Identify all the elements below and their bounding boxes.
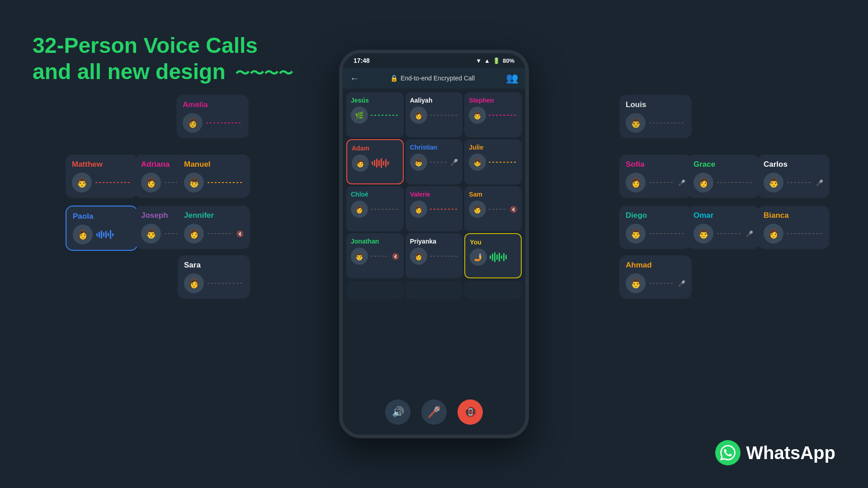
speaker-button[interactable]: 🔊 xyxy=(385,399,410,425)
hero-line1: 32-Person Voice Calls xyxy=(33,33,293,59)
participant-julie: Julie 👧 xyxy=(464,139,522,184)
battery-percent: 80% xyxy=(503,57,514,64)
whatsapp-logo xyxy=(715,440,741,465)
float-card-louis: Louis 👨 xyxy=(619,95,692,138)
float-card-grace: Grace 👩 xyxy=(687,155,760,198)
avatar-grace: 👩 xyxy=(693,173,713,192)
mic-sofia: 🎤 xyxy=(678,179,685,186)
float-card-omar: Omar 👨 🎤 xyxy=(687,206,760,249)
call-controls[interactable]: 🔊 🎤 📵 xyxy=(343,389,525,435)
avatar-carlos: 👨 xyxy=(764,173,783,192)
waveform-decoration: 〜〜〜〜 xyxy=(235,65,293,82)
hero-line2: and all new design 〜〜〜〜 xyxy=(33,59,293,85)
avatar-you: 🤳 xyxy=(470,249,487,266)
signal-icon: ▲ xyxy=(484,57,490,64)
avatar-paola: 👩 xyxy=(73,225,93,244)
adam-waveform xyxy=(372,158,398,168)
mic-omar: 🎤 xyxy=(746,230,753,237)
mic-jennifer: 🔇 xyxy=(236,230,244,237)
float-card-ahmad: Ahmad 👨 🎤 xyxy=(619,255,692,299)
end-call-button[interactable]: 📵 xyxy=(458,399,483,425)
avatar-aaliyah: 👩 xyxy=(410,107,427,124)
back-icon[interactable]: ← xyxy=(350,73,359,84)
status-bar: 17:48 ▼ ▲ 🔋 80% xyxy=(343,53,525,68)
float-card-jennifer: Jennifer 👩 🔇 xyxy=(178,206,250,249)
add-participant-icon[interactable]: 👥 xyxy=(506,72,518,84)
avatar-bianca: 👩 xyxy=(764,224,783,244)
float-card-diego: Diego 👨 xyxy=(619,206,692,249)
mic-jonathan: 🔇 xyxy=(392,253,399,260)
lock-icon: 🔒 xyxy=(390,75,398,82)
wifi-icon: ▼ xyxy=(476,57,481,64)
float-card-sara: Sara 👩 xyxy=(178,255,250,299)
phone-device: 17:48 ▼ ▲ 🔋 80% ← 🔒 End-to-end Encrypted… xyxy=(339,50,529,438)
avatar-sam: 🧑 xyxy=(469,201,486,218)
float-card-sofia: Sofia 👩 🎤 xyxy=(619,155,692,198)
participant-jesus: Jesús 🌿 xyxy=(346,92,404,137)
avatar-julie: 👧 xyxy=(469,154,486,171)
avatar-valerie: 👩 xyxy=(410,201,427,218)
hero-text: 32-Person Voice Calls and all new design… xyxy=(33,33,293,84)
mic-christian: 🎤 xyxy=(450,159,458,166)
participant-aaliyah: Aaliyah 👩 xyxy=(406,92,463,137)
paola-waveform xyxy=(96,230,131,239)
avatar-sofia: 👩 xyxy=(626,173,646,192)
avatar-louis: 👨 xyxy=(626,113,646,133)
call-header: ← 🔒 End-to-end Encrypted Call 👥 xyxy=(343,68,525,89)
mic-carlos: 🎤 xyxy=(816,179,823,186)
participant-you: You 🤳 xyxy=(464,233,522,278)
participant-jonathan: Jonathan 👨 🔇 xyxy=(346,233,404,278)
avatar-jesus: 🌿 xyxy=(351,107,368,124)
call-title: 🔒 End-to-end Encrypted Call xyxy=(390,75,475,82)
avatar-joseph: 👨 xyxy=(141,224,161,244)
float-card-matthew: Matthew 👨 xyxy=(66,155,138,198)
mic-ahmad: 🎤 xyxy=(678,280,685,287)
avatar-diego: 👨 xyxy=(626,224,646,244)
float-card-manuel: Manuel 👦 xyxy=(178,155,250,198)
participant-priyanka: Priyanka 👩 xyxy=(406,233,463,278)
participant-valerie: Valerie 👩 xyxy=(406,186,463,231)
whatsapp-brand: WhatsApp xyxy=(715,440,835,465)
avatar-adam: 🧑 xyxy=(352,155,369,172)
avatar-jonathan: 👨 xyxy=(351,248,368,265)
avatar-priyanka: 👩 xyxy=(410,248,427,265)
participant-chloe: Chloé 👩 xyxy=(346,186,404,231)
participant-adam: Adam 🧑 xyxy=(346,139,404,184)
avatar-ahmad: 👨 xyxy=(626,273,646,293)
float-card-amelia: Amelia 👩 xyxy=(176,95,249,138)
participant-sam: Sam 🧑 🔇 xyxy=(464,186,522,231)
avatar-chloe: 👩 xyxy=(351,201,368,218)
battery-icon: 🔋 xyxy=(493,57,500,64)
avatar-matthew: 👨 xyxy=(72,173,92,192)
more-participants-row xyxy=(344,280,524,300)
avatar-amelia: 👩 xyxy=(183,113,203,133)
avatar-stephen: 👨 xyxy=(469,107,486,124)
mic-sam: 🔇 xyxy=(510,206,517,213)
avatar-jennifer: 👩 xyxy=(184,224,204,244)
status-icons: ▼ ▲ 🔋 80% xyxy=(476,57,514,64)
you-waveform xyxy=(490,252,516,262)
avatar-sara: 👩 xyxy=(184,273,204,293)
avatar-christian: 👦 xyxy=(410,154,427,171)
participant-christian: Christian 👦 🎤 xyxy=(406,139,463,184)
status-time: 17:48 xyxy=(354,57,370,64)
float-card-bianca: Bianca 👩 xyxy=(757,206,830,249)
avatar-omar: 👨 xyxy=(693,224,713,244)
avatar-adriana: 👩 xyxy=(141,173,161,192)
mute-button[interactable]: 🎤 xyxy=(421,399,447,425)
float-card-carlos: Carlos 👨 🎤 xyxy=(757,155,830,198)
participant-stephen: Stephen 👨 xyxy=(464,92,522,137)
avatar-manuel: 👦 xyxy=(184,173,204,192)
participants-grid: Jesús 🌿 Aaliyah 👩 Stephen xyxy=(344,90,524,280)
float-card-paola: Paola 👩 xyxy=(66,206,138,251)
whatsapp-name: WhatsApp xyxy=(746,443,835,463)
